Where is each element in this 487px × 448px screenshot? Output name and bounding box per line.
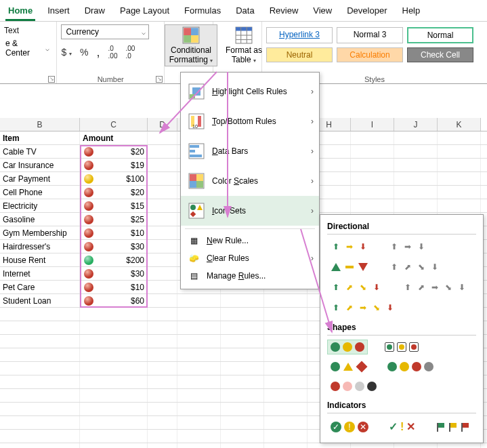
colhead-b[interactable]: B — [0, 118, 80, 131]
style-normal[interactable]: Normal — [407, 27, 473, 43]
svg-rect-24 — [196, 174, 203, 181]
style-hyperlink3[interactable]: Hyperlink 3 — [266, 27, 333, 43]
cell-amount[interactable]: $19 — [80, 159, 148, 171]
cell-item[interactable]: Cell Phone — [0, 186, 80, 199]
tab-review[interactable]: Review — [267, 4, 301, 21]
cell-item[interactable]: Gasoline — [0, 213, 80, 226]
iconset-3signs[interactable] — [327, 359, 370, 375]
accounting-dropdown[interactable]: $ ▾ — [61, 47, 72, 58]
iconset-3trafficlights-unrimmed[interactable] — [327, 340, 368, 354]
tab-formulas[interactable]: Formulas — [182, 4, 224, 21]
cell-amount[interactable]: $200 — [80, 253, 148, 266]
style-calculation[interactable]: Calculation — [337, 47, 403, 62]
conditional-format-icon — [84, 242, 93, 251]
number-format-dropdown[interactable]: Currency — [61, 24, 149, 39]
menu-top-bottom[interactable]: 10 Top/Bottom Rules › — [181, 106, 319, 136]
iconset-4arrows-gray[interactable]: ⬆⬈⬊⬇ — [385, 259, 444, 275]
iconset-3arrows-gray[interactable]: ⬆➡⬇ — [385, 239, 430, 255]
wraptext-btn[interactable]: Text — [4, 26, 52, 35]
conditional-formatting-menu: Highlight Cells Rules › 10 Top/Bottom Ru… — [180, 72, 320, 289]
iconset-3symbols-uncircled[interactable]: ✓!✕ — [385, 418, 419, 436]
tab-view[interactable]: View — [310, 4, 335, 21]
cell-item[interactable]: Hairdresser's — [0, 240, 80, 253]
conditional-formatting-button[interactable]: Conditional Formatting ▾ — [165, 24, 217, 66]
submenu-arrow-icon: › — [311, 253, 314, 263]
menu-manage-rules[interactable]: ▤ Manage Rules... — [181, 267, 319, 285]
cell-item[interactable]: Student Loan — [0, 294, 80, 307]
colhead-c[interactable]: C — [80, 118, 148, 131]
cell-amount[interactable]: $20 — [80, 186, 148, 199]
cell-styles-gallery[interactable]: Hyperlink 3 Normal 3 Normal Neutral Calc… — [266, 24, 483, 62]
cell-item[interactable]: Pet Care — [0, 281, 80, 293]
style-checkcell[interactable]: Check Cell — [407, 47, 473, 62]
menu-clear-rules[interactable]: 🧽 Clear Rules › — [181, 249, 319, 267]
alignment-dialog-icon[interactable]: ↘ — [48, 76, 55, 83]
tab-insert[interactable]: Insert — [45, 4, 72, 21]
cell-amount[interactable]: $10 — [80, 226, 148, 239]
menu-new-rule[interactable]: ▦ New Rule... — [181, 232, 319, 249]
iconset-3flags[interactable] — [432, 418, 473, 436]
cell-item[interactable]: Internet — [0, 267, 80, 280]
cell-item[interactable]: Electricity — [0, 199, 80, 212]
iconset-4arrows-colored[interactable]: ⬆⬈⬊⬇ — [327, 279, 385, 296]
iconset-3arrows-colored[interactable]: ⬆➡⬇ — [327, 239, 372, 255]
menu-data-bars[interactable]: Data Bars › — [181, 136, 319, 166]
header-item[interactable]: Item — [0, 131, 80, 144]
svg-rect-26 — [196, 181, 203, 188]
clear-rules-icon: 🧽 — [188, 252, 200, 264]
menu-highlight-cells[interactable]: Highlight Cells Rules › — [181, 77, 319, 106]
header-amount[interactable]: Amount — [80, 131, 148, 144]
tab-help[interactable]: Help — [400, 4, 423, 21]
style-neutral[interactable]: Neutral — [266, 47, 333, 62]
cell-amount[interactable]: $15 — [80, 199, 148, 212]
flyout-shapes-header: Shapes — [327, 323, 476, 332]
menu-icon-sets[interactable]: Icon Sets › — [181, 196, 319, 226]
cell-item[interactable]: Cable TV — [0, 145, 80, 158]
iconset-3trafficlights-rimmed[interactable] — [381, 340, 422, 354]
increase-decimal-btn[interactable]: .0.00 — [108, 45, 118, 60]
conditional-format-icon — [84, 161, 93, 170]
iconset-5arrows-gray[interactable]: ⬆⬈➡⬊⬇ — [399, 279, 471, 296]
svg-rect-23 — [190, 174, 196, 181]
style-normal3[interactable]: Normal 3 — [337, 27, 403, 43]
iconset-5arrows-colored[interactable]: ⬆⬈➡⬊⬇ — [327, 300, 399, 316]
cell-item[interactable]: Car Payment — [0, 172, 80, 185]
colhead-i[interactable]: I — [351, 118, 394, 131]
iconset-3symbols-circled[interactable]: ✓ ! ✕ — [327, 418, 372, 436]
cell-amount[interactable]: $25 — [80, 213, 148, 226]
decrease-decimal-btn[interactable]: .00.0 — [125, 45, 135, 60]
tab-page-layout[interactable]: Page Layout — [117, 4, 172, 21]
cell-amount[interactable]: $20 — [80, 145, 148, 158]
manage-rules-icon: ▤ — [188, 270, 200, 282]
number-dialog-icon[interactable]: ↘ — [156, 76, 163, 83]
cell-item[interactable]: Car Insurance — [0, 159, 80, 171]
iconset-3triangles[interactable] — [327, 259, 372, 275]
data-bars-icon — [188, 142, 205, 160]
conditional-format-icon — [84, 228, 93, 238]
iconset-4trafficlights[interactable] — [384, 359, 437, 375]
menu-color-scales[interactable]: Color Scales › — [181, 166, 319, 196]
cell-amount[interactable]: $10 — [80, 281, 148, 293]
conditional-format-icon — [84, 174, 93, 184]
merge-center-btn[interactable]: e & Center — [4, 41, 52, 56]
svg-rect-21 — [190, 155, 202, 157]
colhead-d[interactable]: D — [148, 118, 177, 131]
tab-developer[interactable]: Developer — [344, 4, 389, 21]
cell-amount[interactable]: $60 — [80, 294, 148, 307]
percent-btn[interactable]: % — [80, 47, 88, 58]
cell-amount[interactable]: $30 — [80, 267, 148, 280]
tab-data[interactable]: Data — [233, 4, 257, 21]
colhead-k[interactable]: K — [438, 118, 481, 131]
cell-item[interactable]: House Rent — [0, 253, 80, 266]
cell-amount[interactable]: $30 — [80, 240, 148, 253]
cell-item[interactable]: Gym Membership — [0, 226, 80, 239]
iconset-redtoblack[interactable] — [327, 379, 380, 394]
colhead-j[interactable]: J — [394, 118, 438, 131]
cell-amount[interactable]: $100 — [80, 172, 148, 185]
conditional-format-icon — [84, 215, 93, 224]
tab-draw[interactable]: Draw — [82, 4, 108, 21]
flyout-indicators-header: Indicators — [327, 401, 476, 410]
conditional-format-icon — [84, 188, 93, 197]
comma-btn[interactable]: , — [97, 45, 100, 60]
tab-home[interactable]: Home — [5, 4, 35, 21]
